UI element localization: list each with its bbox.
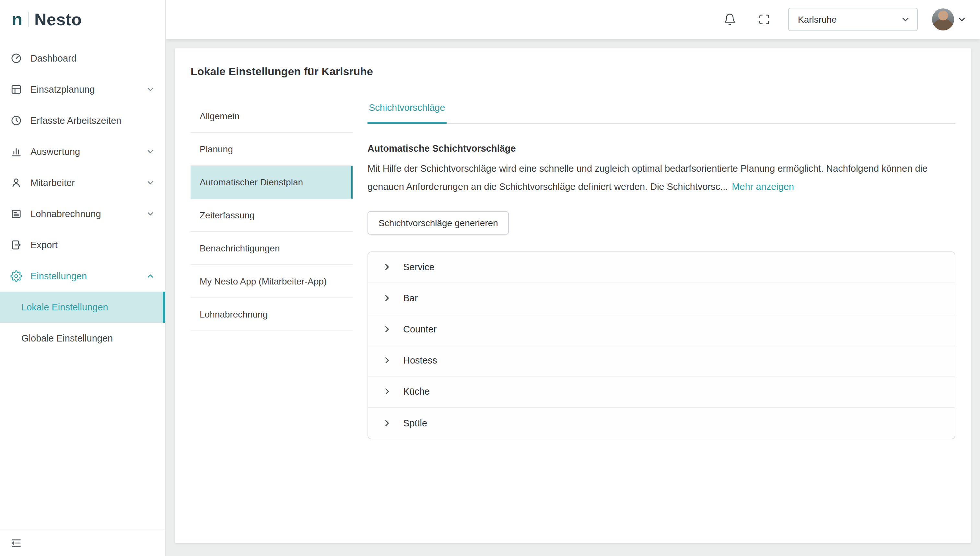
sidebar-nav: Dashboard Einsatzplanung Erfasste Arbeit… — [0, 39, 165, 354]
description-text: Mit Hilfe der Schichtvorschläge wird ein… — [367, 163, 928, 192]
settings-nav-lohnabrechnung[interactable]: Lohnabrechnung — [191, 298, 353, 331]
tab-bar: Schichtvorschläge — [367, 100, 956, 124]
sidebar-item-einstellungen[interactable]: Einstellungen — [0, 260, 165, 292]
payroll-document-icon — [10, 208, 22, 220]
chevron-down-icon — [900, 14, 910, 24]
sidebar-item-einsatzplanung[interactable]: Einsatzplanung — [0, 74, 165, 105]
settings-nav-zeiterfassung[interactable]: Zeiterfassung — [191, 199, 353, 232]
accordion-label: Hostess — [403, 356, 437, 366]
settings-nav-planung[interactable]: Planung — [191, 133, 353, 166]
accordion-row-counter[interactable]: Counter — [368, 314, 955, 345]
planning-grid-icon — [10, 84, 22, 95]
accordion-row-kueche[interactable]: Küche — [368, 377, 955, 407]
main-area: Lokale Einstellungen für Karlsruhe Allge… — [166, 39, 980, 556]
chevron-down-icon — [146, 209, 155, 218]
location-select-value: Karlsruhe — [798, 14, 837, 24]
page-title: Lokale Einstellungen für Karlsruhe — [191, 65, 956, 78]
settings-content: Schichtvorschläge Automatische Schichtvo… — [367, 100, 956, 440]
sidebar-item-auswertung[interactable]: Auswertung — [0, 136, 165, 167]
tab-schichtvorschlaege[interactable]: Schichtvorschläge — [367, 100, 446, 124]
brand-name: Nesto — [34, 10, 82, 29]
settings-nav-allgemein[interactable]: Allgemein — [191, 100, 353, 133]
location-select[interactable]: Karlsruhe — [788, 8, 918, 31]
chevron-down-icon — [146, 85, 155, 94]
avatar — [932, 8, 954, 31]
chevron-down-icon — [957, 14, 967, 24]
chevron-right-icon — [382, 387, 391, 396]
settings-nav: Allgemein Planung Automatischer Dienstpl… — [191, 100, 353, 331]
clock-icon — [10, 115, 22, 126]
accordion-row-hostess[interactable]: Hostess — [368, 345, 955, 377]
sidebar-item-label: Einstellungen — [31, 271, 146, 281]
sidebar-item-label: Dashboard — [31, 53, 155, 63]
show-more-link[interactable]: Mehr anzeigen — [732, 181, 794, 192]
accordion-label: Service — [403, 262, 435, 273]
maximize-icon[interactable] — [758, 14, 770, 25]
accordion-row-service[interactable]: Service — [368, 252, 955, 283]
brand-logo[interactable]: n Nesto — [0, 0, 165, 39]
sidebar-item-label: Auswertung — [31, 147, 146, 157]
chevron-right-icon — [382, 419, 391, 428]
sidebar-item-label: Lohnabrechnung — [31, 208, 146, 219]
chevron-down-icon — [146, 178, 155, 187]
sidebar-footer — [0, 529, 165, 556]
sidebar: n Nesto Dashboard Einsatzplanung — [0, 0, 166, 556]
export-icon — [10, 239, 22, 251]
bell-icon[interactable] — [723, 13, 736, 26]
sidebar-item-label: Erfasste Arbeitszeiten — [31, 115, 155, 126]
accordion-label: Bar — [403, 293, 418, 304]
collapse-sidebar-icon[interactable] — [10, 537, 22, 548]
chevron-right-icon — [382, 294, 391, 303]
chevron-right-icon — [382, 356, 391, 365]
sidebar-item-lohnabrechnung[interactable]: Lohnabrechnung — [0, 198, 165, 230]
sidebar-item-label: Mitarbeiter — [31, 178, 146, 188]
settings-nav-automatischer-dienstplan[interactable]: Automatischer Dienstplan — [191, 166, 353, 199]
sidebar-item-erfasste-arbeitszeiten[interactable]: Erfasste Arbeitszeiten — [0, 105, 165, 136]
settings-card: Lokale Einstellungen für Karlsruhe Allge… — [175, 48, 971, 543]
brand-divider — [28, 12, 29, 27]
sidebar-item-dashboard[interactable]: Dashboard — [0, 43, 165, 74]
settings-nav-my-nesto-app[interactable]: My Nesto App (Mitarbeiter-App) — [191, 265, 353, 298]
section-title: Automatische Schichtvorschläge — [367, 143, 956, 154]
accordion-label: Küche — [403, 386, 430, 397]
accordion-row-spuele[interactable]: Spüle — [368, 407, 955, 439]
shift-groups-accordion: Service Bar Counter — [367, 251, 956, 440]
sidebar-item-label: Einsatzplanung — [31, 84, 146, 95]
chevron-right-icon — [382, 263, 391, 272]
sidebar-spacer — [0, 354, 165, 529]
sidebar-item-lokale-einstellungen[interactable]: Lokale Einstellungen — [0, 292, 165, 323]
user-menu[interactable] — [932, 8, 967, 31]
app: n Nesto Dashboard Einsatzplanung — [0, 0, 980, 556]
accordion-label: Counter — [403, 324, 437, 335]
brand-mark: n — [12, 10, 22, 29]
chevron-right-icon — [382, 325, 391, 334]
chevron-up-icon — [146, 272, 155, 281]
settings-nav-benachrichtigungen[interactable]: Benachrichtigungen — [191, 232, 353, 265]
accordion-row-bar[interactable]: Bar — [368, 283, 955, 314]
section-description: Mit Hilfe der Schichtvorschläge wird ein… — [367, 160, 956, 196]
sidebar-item-export[interactable]: Export — [0, 230, 165, 260]
chevron-down-icon — [146, 147, 155, 156]
sidebar-subitem-label: Lokale Einstellungen — [21, 302, 108, 312]
generate-shift-suggestions-button[interactable]: Schichtvorschläge generieren — [367, 211, 509, 234]
topbar: Karlsruhe — [166, 0, 980, 39]
bar-chart-icon — [10, 146, 22, 157]
gear-icon — [10, 270, 22, 282]
sidebar-subitem-label: Globale Einstellungen — [21, 333, 113, 343]
sidebar-item-globale-einstellungen[interactable]: Globale Einstellungen — [0, 323, 165, 354]
person-icon — [10, 177, 22, 189]
dashboard-icon — [10, 52, 22, 64]
sidebar-item-label: Export — [31, 240, 155, 250]
accordion-label: Spüle — [403, 418, 427, 428]
sidebar-item-mitarbeiter[interactable]: Mitarbeiter — [0, 167, 165, 198]
